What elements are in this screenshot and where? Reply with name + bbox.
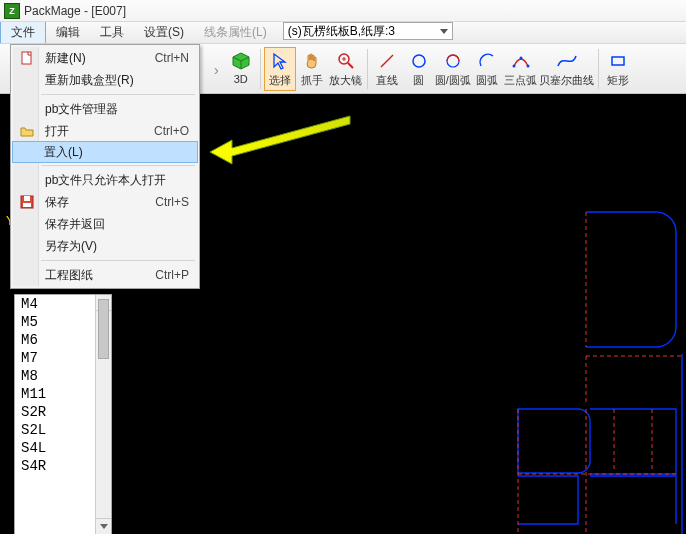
tool-label: 放大镜 (329, 73, 362, 88)
cube-icon (230, 50, 252, 72)
menu-separator (41, 165, 195, 166)
menu-item-saveback[interactable]: 保存并返回 (13, 213, 197, 235)
box-drawing (426, 204, 686, 534)
menu-item-label: 新建(N) (45, 50, 86, 67)
annotation-arrow (200, 100, 360, 170)
tool-3d[interactable]: 3D (225, 47, 257, 88)
tool-hand[interactable]: 抓手 (296, 47, 328, 91)
tool-arc2[interactable]: 圆弧 (471, 47, 503, 91)
svg-rect-24 (24, 196, 30, 201)
hand-icon (301, 50, 323, 72)
tool-label: 三点弧 (504, 73, 537, 88)
cursor-icon (269, 50, 291, 72)
svg-point-11 (526, 65, 529, 68)
tool-bezier[interactable]: 贝塞尔曲线 (539, 47, 595, 91)
tool-line[interactable]: 直线 (371, 47, 403, 91)
circle-icon (408, 50, 430, 72)
menu-item-engdraw[interactable]: 工程图纸 Ctrl+P (13, 264, 197, 286)
svg-point-10 (519, 57, 522, 60)
tool-label: 矩形 (607, 73, 629, 88)
svg-rect-22 (22, 52, 31, 64)
tool-arc[interactable]: 圆/圆弧 (435, 47, 471, 91)
menu-item-shortcut: Ctrl+P (155, 268, 189, 282)
circle-arc-icon (442, 50, 464, 72)
toolbar-separator (260, 49, 261, 89)
tool-label: 选择 (269, 73, 291, 88)
menu-separator (41, 260, 195, 261)
menu-item-label: pb文件只允许本人打开 (45, 172, 166, 189)
menu-lineprops[interactable]: 线条属性(L) (194, 22, 277, 43)
new-file-icon (19, 50, 35, 66)
rect-icon (607, 50, 629, 72)
menu-item-label: 另存为(V) (45, 238, 97, 255)
menu-file[interactable]: 文件 (0, 22, 46, 43)
chevron-right-icon: › (214, 62, 219, 78)
material-combo-value: (s)瓦楞纸板B,纸厚:3 (288, 23, 395, 40)
tool-label: 圆/圆弧 (435, 73, 471, 88)
menu-item-reload[interactable]: 重新加载盒型(R) (13, 69, 197, 91)
svg-marker-26 (210, 116, 350, 164)
menu-tool[interactable]: 工具 (90, 22, 134, 43)
list-scrollbar[interactable] (95, 295, 111, 534)
tool-select[interactable]: 选择 (264, 47, 296, 91)
toolbar-separator (598, 49, 599, 89)
toolbar-separator (367, 49, 368, 89)
svg-rect-12 (612, 57, 624, 65)
menu-item-label: 工程图纸 (45, 267, 93, 284)
svg-point-9 (512, 65, 515, 68)
save-icon (19, 194, 35, 210)
menu-item-insert[interactable]: 置入(L) (12, 141, 198, 163)
menu-item-label: 重新加载盒型(R) (45, 72, 134, 89)
material-combo[interactable]: (s)瓦楞纸板B,纸厚:3 (283, 22, 453, 40)
menu-item-label: pb文件管理器 (45, 101, 118, 118)
menu-item-save[interactable]: 保存 Ctrl+S (13, 191, 197, 213)
tool-label: 抓手 (301, 73, 323, 88)
svg-point-7 (413, 55, 425, 67)
open-folder-icon (19, 123, 35, 139)
menu-item-new[interactable]: 新建(N) Ctrl+N (13, 47, 197, 69)
menu-item-open[interactable]: 打开 Ctrl+O (13, 120, 197, 142)
parameter-list: M4M5M6M7M8M11S2RS2LS4LS4R (14, 294, 112, 534)
menu-item-manager[interactable]: pb文件管理器 (13, 98, 197, 120)
scroll-down-button[interactable] (96, 518, 111, 534)
svg-line-6 (381, 55, 393, 67)
tool-zoom[interactable]: 放大镜 (328, 47, 364, 91)
magnifier-icon (335, 50, 357, 72)
menu-edit[interactable]: 编辑 (46, 22, 90, 43)
scroll-thumb[interactable] (98, 299, 109, 359)
file-menu-dropdown: 新建(N) Ctrl+N 重新加载盒型(R) pb文件管理器 打开 Ctrl+O… (10, 44, 200, 289)
arc-icon (476, 50, 498, 72)
tool-label: 直线 (376, 73, 398, 88)
tool-label: 贝塞尔曲线 (539, 73, 594, 88)
line-icon (376, 50, 398, 72)
svg-rect-25 (23, 203, 31, 207)
bezier-icon (556, 50, 578, 72)
tool-rect[interactable]: 矩形 (602, 47, 634, 91)
menu-item-shortcut: Ctrl+N (155, 51, 189, 65)
tool-label: 圆 (413, 73, 424, 88)
title-bar: Z PackMage - [E007] (0, 0, 686, 22)
menu-separator (41, 94, 195, 95)
tool-label: 3D (234, 73, 248, 85)
tool-label: 圆弧 (476, 73, 498, 88)
menu-item-label: 打开 (45, 123, 69, 140)
menu-item-shortcut: Ctrl+O (154, 124, 189, 138)
menu-item-label: 置入(L) (44, 144, 83, 161)
menu-bar: 文件 编辑 工具 设置(S) 线条属性(L) (s)瓦楞纸板B,纸厚:3 (0, 22, 686, 44)
tool-arc3pt[interactable]: 三点弧 (503, 47, 539, 91)
tool-circle[interactable]: 圆 (403, 47, 435, 91)
three-point-arc-icon (510, 50, 532, 72)
menu-item-shortcut: Ctrl+S (155, 195, 189, 209)
window-title: PackMage - [E007] (24, 4, 126, 18)
svg-line-3 (348, 63, 353, 68)
app-icon: Z (4, 3, 20, 19)
menu-item-lockopen[interactable]: pb文件只允许本人打开 (13, 169, 197, 191)
menu-item-saveas[interactable]: 另存为(V) (13, 235, 197, 257)
menu-item-label: 保存 (45, 194, 69, 211)
menu-settings[interactable]: 设置(S) (134, 22, 194, 43)
menu-item-label: 保存并返回 (45, 216, 105, 233)
